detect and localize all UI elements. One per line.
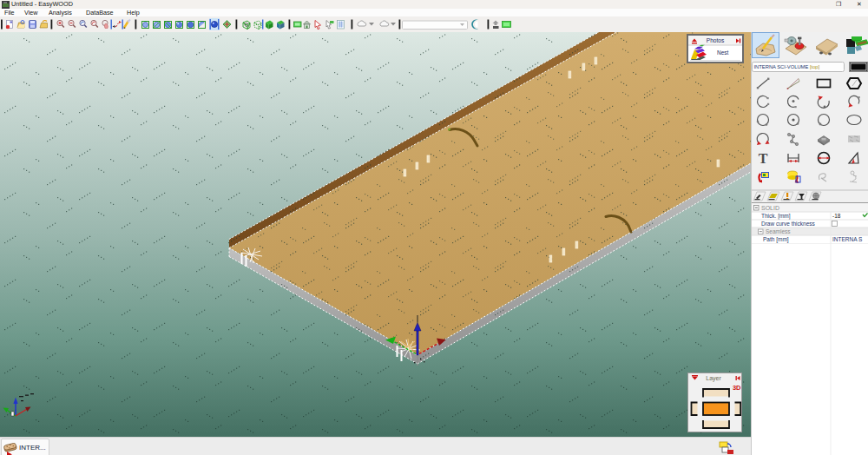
svg-text:Nest: Nest [717, 49, 729, 56]
svg-text:3D: 3D [732, 384, 740, 392]
svg-text:Path [mm]: Path [mm] [763, 236, 789, 243]
svg-text:Thick. [mm]: Thick. [mm] [761, 213, 791, 220]
svg-text:Draw curve thickness: Draw curve thickness [761, 221, 816, 227]
svg-text:Seamless: Seamless [766, 228, 791, 234]
svg-text:-18: -18 [832, 213, 841, 219]
svg-text:T: T [759, 151, 768, 166]
svg-text:Photos: Photos [707, 37, 725, 43]
svg-text:INTERNA SCI-VOLUME [top]: INTERNA SCI-VOLUME [top] [754, 64, 820, 69]
svg-text:SOLID: SOLID [761, 205, 779, 211]
svg-text:INTERNA S: INTERNA S [832, 236, 863, 242]
svg-text:Layer: Layer [706, 375, 721, 382]
